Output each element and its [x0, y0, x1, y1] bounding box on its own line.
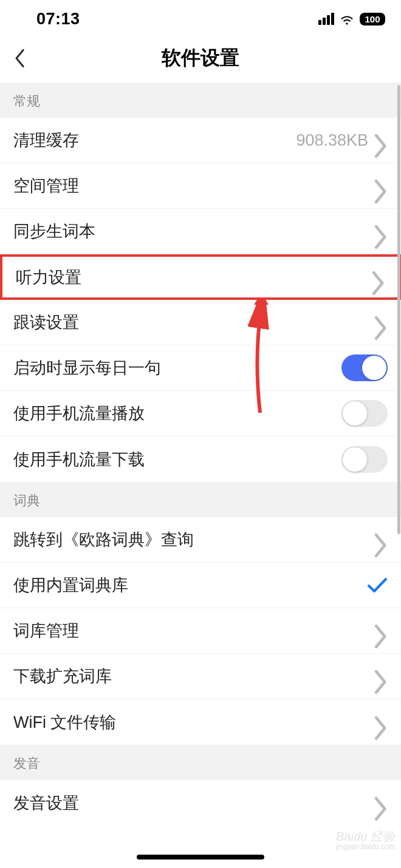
row-label: 使用手机流量下载 [13, 449, 145, 470]
chevron-right-icon [374, 316, 388, 329]
row-label: 下载扩充词库 [13, 665, 112, 687]
status-bar: 07:13 100 [0, 0, 401, 34]
row-wifi-transfer[interactable]: WiFi 文件传输 [0, 699, 401, 745]
row-builtin-dictionary[interactable]: 使用内置词典库 [0, 563, 401, 608]
watermark-text: Baidu 经验 [336, 830, 395, 843]
watermark: Baidu 经验 jingyan.baidu.com [336, 830, 395, 851]
status-time: 07:13 [36, 10, 80, 29]
cache-size-value: 908.38KB [296, 131, 368, 150]
section-header-dictionary: 词典 [0, 482, 401, 517]
row-download-dictionary[interactable]: 下载扩充词库 [0, 654, 401, 699]
row-cellular-play: 使用手机流量播放 [0, 391, 401, 436]
row-daily-sentence: 启动时显示每日一句 [0, 345, 401, 391]
section-header-general: 常规 [0, 83, 401, 118]
row-label: 使用内置词典库 [13, 574, 128, 596]
chevron-right-icon [374, 716, 388, 729]
chevron-right-icon [374, 533, 388, 546]
cellular-signal-icon [318, 13, 334, 25]
chevron-right-icon [374, 624, 388, 637]
page-title: 软件设置 [162, 45, 239, 72]
chevron-right-icon [374, 225, 388, 238]
chevron-right-icon [374, 796, 388, 810]
row-label: 使用手机流量播放 [13, 402, 145, 424]
toggle-cellular-play[interactable] [341, 400, 388, 427]
section-header-pronunciation: 发音 [0, 745, 401, 780]
toggle-cellular-download[interactable] [341, 446, 388, 473]
row-label: 空间管理 [13, 175, 79, 197]
toggle-daily-sentence[interactable] [341, 354, 388, 381]
row-label: 清理缓存 [13, 129, 79, 151]
scroll-indicator[interactable] [397, 85, 400, 534]
chevron-right-icon [374, 670, 388, 683]
watermark-url: jingyan.baidu.com [336, 843, 395, 851]
nav-header: 软件设置 [0, 34, 401, 83]
row-dictionary-management[interactable]: 词库管理 [0, 608, 401, 654]
home-indicator[interactable] [137, 855, 264, 860]
row-cellular-download: 使用手机流量下载 [0, 436, 401, 482]
back-button[interactable] [9, 47, 30, 69]
row-label: 词库管理 [13, 620, 79, 642]
row-follow-reading-settings[interactable]: 跟读设置 [0, 300, 401, 345]
row-label: 同步生词本 [13, 220, 95, 242]
row-label: 跳转到《欧路词典》查询 [13, 529, 194, 551]
row-space-management[interactable]: 空间管理 [0, 163, 401, 209]
row-label: WiFi 文件传输 [13, 711, 116, 733]
chevron-right-icon [374, 179, 388, 192]
chevron-right-icon [374, 134, 388, 147]
row-sync-vocabulary[interactable]: 同步生词本 [0, 209, 401, 254]
row-label: 听力设置 [16, 266, 81, 288]
status-icons: 100 [318, 13, 385, 25]
row-pronunciation-settings[interactable]: 发音设置 [0, 780, 401, 826]
row-label: 跟读设置 [13, 311, 79, 333]
row-clear-cache[interactable]: 清理缓存 908.38KB [0, 118, 401, 163]
row-jump-eudic[interactable]: 跳转到《欧路词典》查询 [0, 517, 401, 563]
row-listening-settings[interactable]: 听力设置 [0, 254, 401, 300]
chevron-right-icon [372, 271, 385, 284]
battery-icon: 100 [360, 13, 385, 25]
checkmark-icon [367, 577, 388, 594]
row-label: 启动时显示每日一句 [13, 357, 161, 379]
wifi-icon [339, 13, 355, 25]
row-label: 发音设置 [13, 792, 79, 814]
